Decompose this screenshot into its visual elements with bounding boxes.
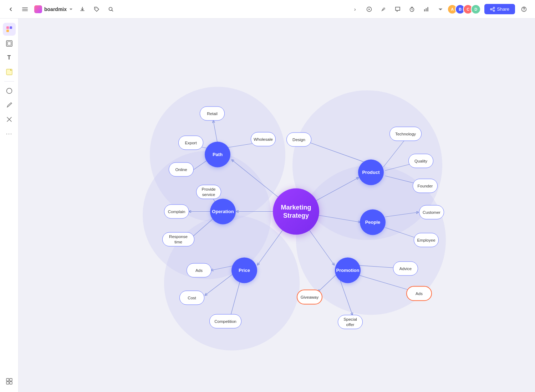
svg-rect-1 (22, 9, 28, 10)
node-quality[interactable]: Quality (408, 154, 433, 168)
sidebar-item-more[interactable]: ··· (3, 127, 16, 140)
svg-rect-7 (424, 9, 425, 11)
node-product-label: Product (362, 169, 379, 175)
node-people[interactable]: People (360, 210, 386, 235)
svg-rect-25 (10, 378, 12, 381)
svg-rect-26 (6, 382, 9, 384)
svg-rect-24 (6, 378, 9, 381)
node-product[interactable]: Product (358, 160, 384, 185)
node-special-offer[interactable]: Specialoffer (338, 315, 363, 329)
node-technology[interactable]: Technology (389, 127, 422, 141)
node-online[interactable]: Online (169, 163, 194, 177)
svg-point-21 (6, 88, 12, 94)
node-design[interactable]: Design (286, 133, 311, 147)
menu-button[interactable] (20, 4, 30, 14)
sidebar-item-text[interactable]: T (3, 51, 16, 64)
node-path[interactable]: Path (205, 142, 230, 167)
node-price[interactable]: Price (231, 258, 257, 283)
node-operation-label: Operation (212, 208, 234, 215)
center-node[interactable]: MarketingStrategy (273, 189, 319, 235)
node-path-label: Path (213, 151, 223, 158)
sidebar-item-frame[interactable] (3, 37, 16, 50)
chart-icon[interactable] (421, 4, 432, 15)
node-competition[interactable]: Competition (209, 314, 241, 329)
node-wholesale[interactable]: Wholesale (251, 132, 276, 146)
download-button[interactable] (77, 4, 87, 14)
help-icon[interactable] (519, 4, 529, 15)
svg-rect-9 (427, 7, 428, 11)
node-price-label: Price (239, 267, 250, 273)
sidebar-item-shape[interactable] (3, 84, 16, 97)
node-promotion-label: Promotion (336, 267, 360, 273)
sidebar: T ··· (0, 19, 19, 392)
svg-point-10 (493, 7, 495, 9)
brand-icon (34, 5, 42, 13)
comment-icon[interactable] (392, 4, 403, 15)
center-node-label: MarketingStrategy (281, 203, 311, 220)
back-button[interactable] (6, 4, 16, 14)
brand-name: boardmix (44, 6, 67, 12)
node-people-label: People (365, 219, 381, 225)
timer-icon[interactable] (407, 4, 417, 15)
svg-rect-16 (10, 26, 12, 29)
node-ads-promo[interactable]: Ads (406, 286, 432, 301)
node-advice[interactable]: Advice (393, 262, 418, 276)
node-customer[interactable]: Customer (419, 205, 444, 220)
svg-rect-20 (6, 69, 12, 75)
node-retail[interactable]: Retail (200, 107, 225, 121)
brand-logo[interactable]: boardmix (34, 5, 73, 13)
node-employee[interactable]: Employee (414, 233, 439, 247)
chevron-down-icon[interactable] (435, 4, 446, 15)
svg-point-11 (490, 9, 492, 10)
tag-button[interactable] (92, 4, 102, 14)
sidebar-item-connector[interactable] (3, 113, 16, 126)
node-cost[interactable]: Cost (179, 291, 204, 305)
mindmap-container: MarketingStrategy Path Operation Price P… (136, 80, 457, 347)
svg-rect-17 (6, 30, 9, 32)
search-button[interactable] (106, 4, 116, 14)
node-provide-service[interactable]: Provideservice (196, 185, 221, 199)
sidebar-item-grid[interactable] (3, 375, 16, 388)
canvas[interactable]: MarketingStrategy Path Operation Price P… (19, 19, 535, 392)
svg-point-3 (96, 8, 96, 9)
node-founder[interactable]: Founder (413, 179, 438, 193)
sidebar-bottom (3, 375, 16, 388)
chevron-right-icon[interactable]: › (350, 4, 360, 15)
node-promotion[interactable]: Promotion (335, 258, 361, 283)
sidebar-item-template[interactable] (3, 23, 16, 36)
svg-rect-15 (6, 26, 9, 29)
avatar-group: A B C D (449, 4, 481, 14)
svg-rect-27 (10, 382, 12, 384)
sidebar-item-sticky[interactable] (3, 66, 16, 78)
svg-point-12 (493, 10, 495, 11)
node-response-time[interactable]: Response time (162, 232, 194, 247)
svg-point-14 (524, 10, 524, 11)
node-export[interactable]: Export (178, 136, 203, 150)
svg-rect-2 (22, 10, 28, 11)
avatar-4: D (471, 4, 481, 14)
share-button[interactable]: Share (484, 4, 515, 14)
node-giveaway[interactable]: Giveaway (297, 290, 322, 305)
topbar-left: boardmix (6, 4, 116, 14)
topbar-right: › A B C D Share (350, 4, 529, 15)
sidebar-item-pen[interactable] (3, 99, 16, 112)
node-complain[interactable]: Complain (164, 205, 189, 219)
topbar: boardmix › A (0, 0, 535, 19)
celebration-icon[interactable] (378, 4, 389, 15)
node-operation[interactable]: Operation (210, 199, 236, 225)
play-button[interactable] (364, 4, 374, 15)
sidebar-separator (4, 81, 14, 82)
svg-rect-8 (426, 8, 427, 11)
svg-rect-0 (22, 7, 28, 8)
svg-rect-19 (7, 42, 11, 45)
node-ads-price[interactable]: Ads (187, 263, 212, 278)
